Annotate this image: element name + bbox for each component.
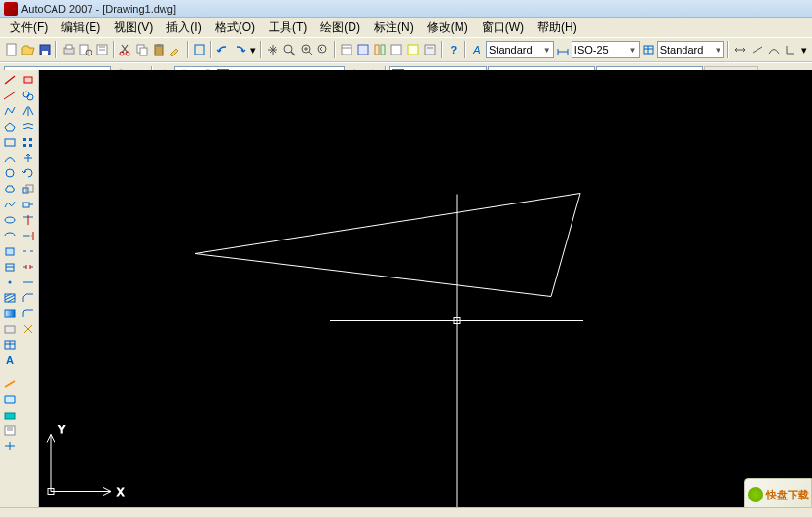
rotate-tool-icon[interactable]	[19, 166, 37, 181]
menu-tools[interactable]: 工具(T)	[263, 18, 313, 38]
extend-tool-icon[interactable]	[19, 228, 37, 243]
app-icon	[4, 2, 18, 16]
region-mass-icon[interactable]	[1, 407, 18, 423]
scale-tool-icon[interactable]	[19, 181, 37, 197]
properties-icon[interactable]	[339, 41, 354, 58]
dim-ordinate-icon[interactable]	[783, 41, 798, 58]
ellipse-arc-tool-icon[interactable]	[1, 228, 18, 243]
offset-tool-icon[interactable]	[19, 119, 37, 134]
drawing-canvas[interactable]: Y X	[39, 70, 812, 507]
text-style-combo[interactable]: Standard▼	[486, 41, 554, 58]
menu-help[interactable]: 帮助(H)	[532, 18, 583, 38]
markup-icon[interactable]	[405, 41, 421, 58]
pan-icon[interactable]	[265, 41, 280, 58]
circle-tool-icon[interactable]	[1, 166, 18, 181]
mtext-tool-icon[interactable]: A	[1, 352, 18, 368]
paste-icon[interactable]	[151, 41, 166, 58]
open-icon[interactable]	[20, 41, 36, 58]
copy-icon[interactable]	[134, 41, 150, 58]
text-style-icon[interactable]: A	[469, 41, 485, 58]
sheet-set-icon[interactable]	[388, 41, 404, 58]
help-icon[interactable]: ?	[446, 41, 461, 58]
quickcalc-icon[interactable]	[423, 41, 438, 58]
dim-style-value: ISO-25	[574, 44, 609, 55]
menu-format[interactable]: 格式(O)	[209, 18, 261, 38]
rectangle-tool-icon[interactable]	[1, 134, 18, 150]
menu-window[interactable]: 窗口(W)	[476, 18, 530, 38]
plot-icon[interactable]	[60, 41, 76, 58]
menu-modify[interactable]: 修改(M)	[422, 18, 474, 38]
plot-preview-icon[interactable]	[78, 41, 93, 58]
table-style-combo[interactable]: Standard▼	[657, 41, 725, 58]
gradient-tool-icon[interactable]	[1, 306, 18, 321]
ellipse-tool-icon[interactable]	[1, 212, 18, 228]
dim-style-icon[interactable]	[555, 41, 571, 58]
erase-tool-icon[interactable]	[19, 72, 37, 88]
new-icon[interactable]	[4, 41, 19, 58]
list-tool-icon[interactable]	[1, 423, 18, 438]
mirror-tool-icon[interactable]	[19, 103, 37, 119]
dim-linear-icon[interactable]	[732, 41, 748, 58]
make-block-icon[interactable]	[1, 259, 18, 275]
table-tool-icon[interactable]	[1, 337, 18, 352]
array-tool-icon[interactable]	[19, 134, 37, 150]
zoom-previous-icon[interactable]	[315, 41, 331, 58]
chamfer-tool-icon[interactable]	[19, 290, 37, 306]
xline-tool-icon[interactable]	[1, 88, 18, 103]
polygon-tool-icon[interactable]	[1, 119, 18, 134]
line-tool-icon[interactable]	[1, 72, 18, 88]
distance-tool-icon[interactable]	[1, 376, 18, 391]
match-properties-icon[interactable]	[167, 41, 183, 58]
block-editor-icon[interactable]	[192, 41, 207, 58]
redo-icon[interactable]	[232, 41, 247, 58]
area-tool-icon[interactable]	[1, 391, 18, 407]
save-icon[interactable]	[37, 41, 53, 58]
svg-rect-87	[5, 413, 15, 419]
polyline-tool-icon[interactable]	[1, 103, 18, 119]
break-tool-icon[interactable]	[19, 259, 37, 275]
menu-file[interactable]: 文件(F)	[4, 18, 54, 38]
join-tool-icon[interactable]	[19, 275, 37, 290]
ucs-x-label: X	[117, 486, 125, 498]
insert-block-icon[interactable]	[1, 243, 18, 259]
break-at-point-icon[interactable]	[19, 243, 37, 259]
menu-draw[interactable]: 绘图(D)	[314, 18, 366, 38]
svg-point-15	[284, 45, 292, 53]
copy-tool-icon[interactable]	[19, 88, 37, 103]
menu-insert[interactable]: 插入(I)	[161, 18, 206, 38]
dim-aligned-icon[interactable]	[750, 41, 765, 58]
undo-icon[interactable]	[215, 41, 231, 58]
id-point-icon[interactable]	[1, 438, 18, 454]
move-tool-icon[interactable]	[19, 150, 37, 166]
arc-tool-icon[interactable]	[1, 150, 18, 166]
zoom-realtime-icon[interactable]	[281, 41, 297, 58]
dim-arc-icon[interactable]	[766, 41, 782, 58]
revcloud-tool-icon[interactable]	[1, 181, 18, 197]
design-center-icon[interactable]	[355, 41, 371, 58]
fillet-tool-icon[interactable]	[19, 306, 37, 321]
explode-tool-icon[interactable]	[19, 321, 37, 337]
dropdown-arrow-icon[interactable]: ▾	[248, 41, 257, 58]
tool-palettes-icon[interactable]	[372, 41, 388, 58]
menu-edit[interactable]: 编辑(E)	[55, 18, 106, 38]
region-tool-icon[interactable]	[1, 321, 18, 337]
menu-dimension[interactable]: 标注(N)	[368, 18, 420, 38]
zoom-window-icon[interactable]	[298, 41, 314, 58]
cut-icon[interactable]	[118, 41, 133, 58]
svg-line-38	[753, 47, 762, 53]
point-tool-icon[interactable]	[1, 275, 18, 290]
hatch-tool-icon[interactable]	[1, 290, 18, 306]
spline-tool-icon[interactable]	[1, 197, 18, 212]
menu-bar: 文件(F) 编辑(E) 视图(V) 插入(I) 格式(O) 工具(T) 绘图(D…	[0, 18, 812, 37]
publish-icon[interactable]	[94, 41, 110, 58]
table-style-icon[interactable]	[641, 41, 656, 58]
stretch-tool-icon[interactable]	[19, 197, 37, 212]
table-style-value: Standard	[660, 44, 704, 55]
menu-view[interactable]: 视图(V)	[108, 18, 159, 38]
dim-style-combo[interactable]: ISO-25▼	[572, 41, 640, 58]
separator	[334, 41, 336, 58]
trim-tool-icon[interactable]	[19, 212, 37, 228]
standard-toolbar: ▾ ? A Standard▼ ISO-25▼ Standard▼ ▾	[0, 37, 812, 62]
svg-rect-80	[5, 310, 15, 317]
dim-more-icon[interactable]: ▾	[799, 41, 808, 58]
